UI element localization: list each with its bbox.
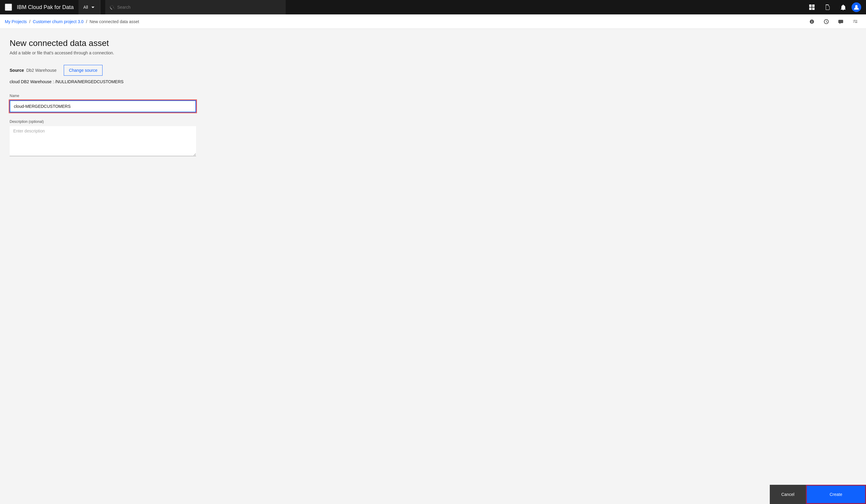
grid-icon-btn[interactable] xyxy=(805,0,819,14)
source-label-group: Source Db2 Warehouse xyxy=(10,68,56,73)
document-icon-btn[interactable] xyxy=(820,0,835,14)
settings-icon-btn[interactable] xyxy=(849,15,861,27)
source-path: cloud DB2 Warehouse : /NULLIDRA/MERGEDCU… xyxy=(10,79,856,84)
svg-rect-1 xyxy=(5,7,11,8)
topnav-right-actions xyxy=(805,0,861,14)
source-value: Db2 Warehouse xyxy=(26,68,56,73)
breadcrumb-my-projects[interactable]: My Projects xyxy=(5,19,27,24)
svg-rect-0 xyxy=(5,5,11,6)
brand-name: IBM Cloud Pak for Data xyxy=(17,4,74,11)
search-bar[interactable] xyxy=(105,0,286,14)
create-button[interactable]: Create xyxy=(806,485,866,504)
menu-icon[interactable] xyxy=(5,3,12,11)
sliders-icon xyxy=(853,19,858,24)
description-field-group: Description (optional) xyxy=(10,119,196,156)
scope-label: All xyxy=(83,5,88,10)
description-label: Description (optional) xyxy=(10,119,196,124)
breadcrumb: My Projects / Customer churn project 3.0… xyxy=(5,19,139,24)
action-bar-inner: Cancel Create xyxy=(770,485,866,504)
svg-rect-3 xyxy=(809,4,812,7)
svg-rect-4 xyxy=(812,4,814,7)
cancel-button[interactable]: Cancel xyxy=(770,485,806,504)
user-icon xyxy=(854,4,859,10)
chevron-down-icon xyxy=(90,5,95,10)
document-icon xyxy=(824,4,831,10)
history-icon xyxy=(824,19,829,24)
name-label: Name xyxy=(10,94,196,98)
page-title: New connected data asset xyxy=(10,38,856,48)
breadcrumb-current: New connected data asset xyxy=(90,19,139,24)
top-navigation: IBM Cloud Pak for Data All xyxy=(0,0,866,14)
name-input[interactable] xyxy=(10,100,196,112)
description-input[interactable] xyxy=(10,126,196,156)
chat-icon xyxy=(839,19,843,24)
info-icon-btn[interactable] xyxy=(806,15,818,27)
user-avatar[interactable] xyxy=(852,2,861,12)
search-icon xyxy=(110,5,115,10)
breadcrumb-separator-2: / xyxy=(86,19,87,24)
name-field-group: Name xyxy=(10,94,196,112)
bell-icon xyxy=(840,4,846,10)
svg-point-7 xyxy=(855,5,858,8)
breadcrumb-bar: My Projects / Customer churn project 3.0… xyxy=(0,14,866,29)
svg-rect-6 xyxy=(812,8,814,10)
breadcrumb-separator-1: / xyxy=(29,19,30,24)
breadcrumb-actions xyxy=(806,15,861,27)
form-section: Source Db2 Warehouse Change source cloud… xyxy=(10,65,856,156)
change-source-button[interactable]: Change source xyxy=(64,65,102,76)
scope-selector[interactable]: All xyxy=(78,0,100,14)
source-row: Source Db2 Warehouse Change source xyxy=(10,65,856,76)
source-label: Source xyxy=(10,68,24,73)
search-input[interactable] xyxy=(117,5,281,10)
svg-rect-2 xyxy=(5,9,11,9)
page-subtitle: Add a table or file that's accessed thro… xyxy=(10,50,856,55)
notification-icon-btn[interactable] xyxy=(836,0,850,14)
main-content: New connected data asset Add a table or … xyxy=(0,29,866,504)
chat-icon-btn[interactable] xyxy=(835,15,847,27)
breadcrumb-project[interactable]: Customer churn project 3.0 xyxy=(33,19,84,24)
svg-rect-5 xyxy=(809,8,812,10)
history-icon-btn[interactable] xyxy=(820,15,832,27)
info-icon xyxy=(810,19,814,24)
grid-icon xyxy=(809,4,815,10)
